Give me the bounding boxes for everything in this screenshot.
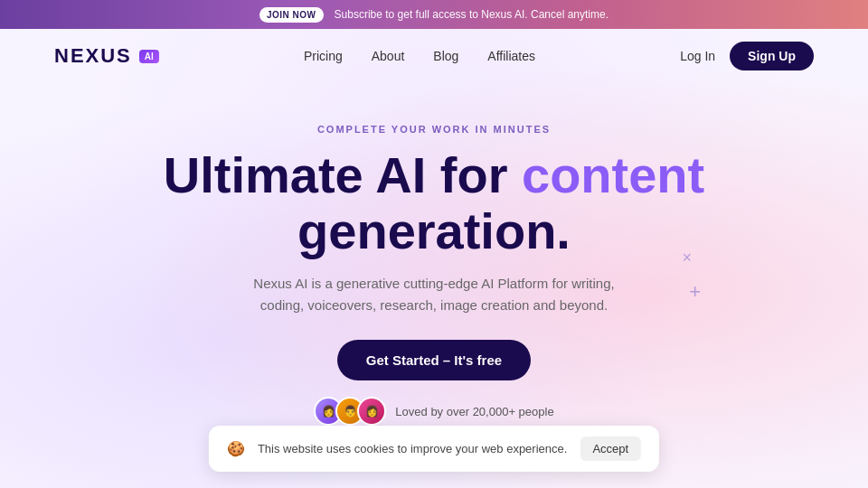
- nav-item-about[interactable]: About: [372, 48, 405, 64]
- nav-item-blog[interactable]: Blog: [433, 48, 458, 64]
- join-now-badge[interactable]: JOIN NOW: [259, 7, 324, 23]
- nav-item-pricing[interactable]: Pricing: [304, 48, 343, 64]
- nav-item-affiliates[interactable]: Affiliates: [487, 48, 535, 64]
- hero-description: Nexus AI is a generative cutting-edge AI…: [244, 273, 624, 316]
- avatar-3: 👩: [357, 397, 386, 426]
- nav-links: Pricing About Blog Affiliates: [304, 48, 535, 64]
- nav-link-blog[interactable]: Blog: [433, 49, 458, 63]
- navbar: NEXUS AI Pricing About Blog Affiliates L…: [0, 29, 868, 83]
- hero-title: Ultimate AI for content generation.: [164, 147, 704, 258]
- logo-name: NEXUS: [54, 44, 132, 68]
- avatar-group: 👩 👨 👩: [314, 397, 386, 426]
- hero-section: COMPLETE YOUR WORK IN MINUTES Ultimate A…: [0, 83, 868, 426]
- announcement-bar: JOIN NOW Subscribe to get full access to…: [0, 0, 868, 29]
- login-button[interactable]: Log In: [680, 49, 715, 63]
- cookie-text: This website uses cookies to improve you…: [258, 442, 568, 455]
- nav-actions: Log In Sign Up: [680, 42, 814, 70]
- hero-title-plain: Ultimate AI for: [164, 146, 522, 203]
- cookie-icon: 🍪: [227, 440, 245, 457]
- logo-ai-badge: AI: [139, 50, 159, 63]
- announcement-text: Subscribe to get full access to Nexus AI…: [335, 8, 609, 21]
- nav-link-affiliates[interactable]: Affiliates: [487, 49, 535, 63]
- cta-button[interactable]: Get Started – It's free: [337, 340, 531, 380]
- nav-link-about[interactable]: About: [372, 49, 405, 63]
- hero-title-highlight: content: [522, 146, 704, 203]
- signup-button[interactable]: Sign Up: [730, 42, 814, 70]
- hero-title-end: generation.: [297, 202, 571, 259]
- cookie-banner: 🍪 This website uses cookies to improve y…: [209, 426, 659, 472]
- logo[interactable]: NEXUS AI: [54, 44, 159, 68]
- nav-link-pricing[interactable]: Pricing: [304, 49, 343, 63]
- social-proof-text: Loved by over 20,000+ people: [395, 405, 553, 418]
- accept-cookie-button[interactable]: Accept: [580, 436, 641, 461]
- social-proof: 👩 👨 👩 Loved by over 20,000+ people: [314, 397, 553, 426]
- hero-eyebrow: COMPLETE YOUR WORK IN MINUTES: [317, 124, 551, 135]
